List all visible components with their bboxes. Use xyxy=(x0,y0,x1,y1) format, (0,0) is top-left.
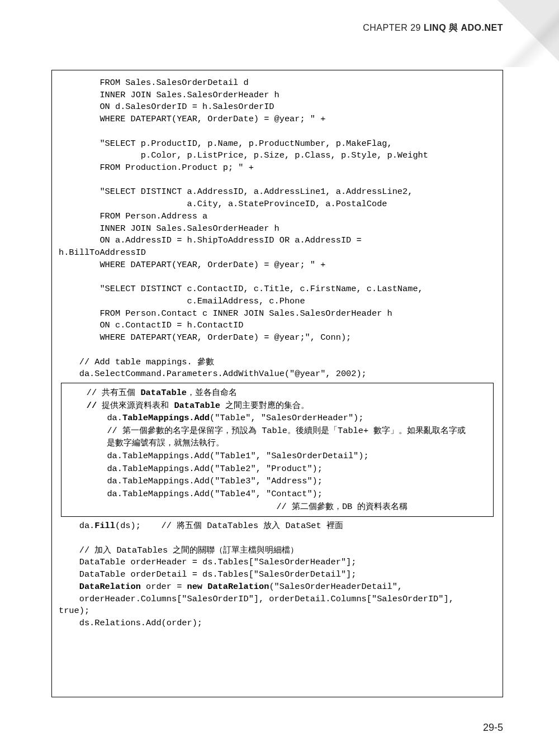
code-rel-5: ds.Relations.Add(order); xyxy=(59,617,496,630)
inner-comment-2: // 提供來源資料表和 DataTable 之間主要對應的集合。 xyxy=(66,400,489,412)
inner-mapping-5-comment: // 第二個參數，DB 的資料表名稱 xyxy=(66,501,489,513)
code-rel-4: orderHeader.Columns["SalesOrderID"], ord… xyxy=(59,593,496,617)
code-blank xyxy=(59,532,496,545)
code-inner-box: // 共有五個 DataTable，並各自命名 // 提供來源資料表和 Data… xyxy=(61,383,494,517)
page-corner-fold xyxy=(498,0,559,61)
inner-mapping-4: da.TableMappings.Add("Table3", "Address"… xyxy=(66,475,489,488)
chapter-title: LINQ 與 ADO.NET xyxy=(424,23,503,32)
chapter-label: CHAPTER 29 xyxy=(363,23,424,32)
code-frame: FROM Sales.SalesOrderDetail d INNER JOIN… xyxy=(51,70,503,697)
page-header: CHAPTER 29 LINQ 與 ADO.NET xyxy=(363,22,503,34)
inner-mapping-3: da.TableMappings.Add("Table2", "Product"… xyxy=(66,463,489,476)
inner-mapping-1-comment: // 第一個參數的名字是保留字，預設為 Table。後續則是「Table+ 數字… xyxy=(66,425,489,450)
code-fill-line: da.Fill(ds); // 將五個 DataTables 放入 DataSe… xyxy=(59,520,496,532)
code-rel-1: DataTable orderHeader = ds.Tables["Sales… xyxy=(59,557,496,569)
inner-comment-1: // 共有五個 DataTable，並各自命名 xyxy=(66,387,489,400)
code-sql-block: FROM Sales.SalesOrderDetail d INNER JOIN… xyxy=(59,77,496,381)
code-rel-3: DataRelation order = new DataRelation("S… xyxy=(59,581,496,593)
inner-mapping-5: da.TableMappings.Add("Table4", "Contact"… xyxy=(66,488,489,501)
page-number: 29-5 xyxy=(483,722,503,734)
inner-mapping-2: da.TableMappings.Add("Table1", "SalesOrd… xyxy=(66,450,489,463)
inner-mapping-1: da.TableMappings.Add("Table", "SalesOrde… xyxy=(66,412,489,425)
code-rel-comment: // 加入 DataTables 之間的關聯（訂單主檔與明細檔） xyxy=(59,545,496,557)
code-rel-2: DataTable orderDetail = ds.Tables["Sales… xyxy=(59,569,496,581)
